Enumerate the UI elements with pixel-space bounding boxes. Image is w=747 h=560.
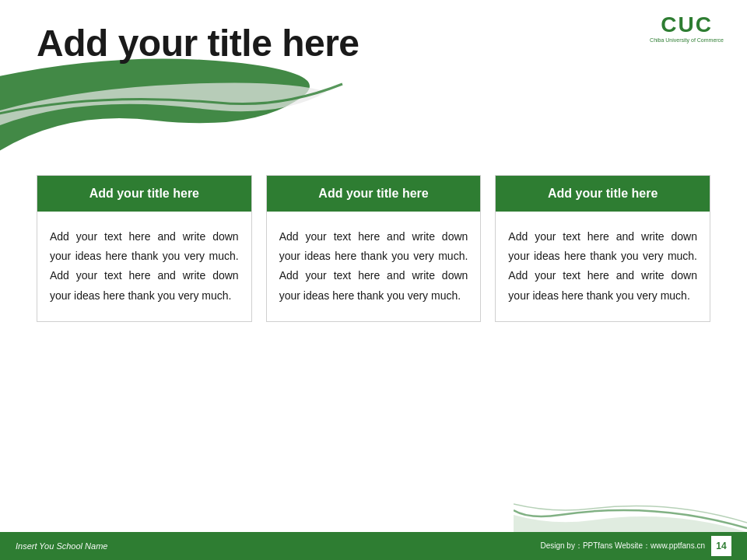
logo-title: CUC [661, 14, 713, 36]
card-3-body: Add your text here and write down your i… [496, 212, 710, 321]
logo-area: CUC Chiba University of Commerce [650, 14, 724, 43]
page-number: 14 [711, 536, 731, 556]
logo-subtitle: Chiba University of Commerce [650, 37, 724, 43]
credit-text: Design by：PPTfans Website：www.pptfans.cn [540, 541, 705, 551]
school-name: Insert You School Name [16, 541, 107, 551]
card-1-body: Add your text here and write down your i… [37, 212, 251, 321]
bottom-right-group: Design by：PPTfans Website：www.pptfans.cn… [540, 536, 731, 556]
card-1: Add your title here Add your text here a… [37, 175, 252, 322]
slide: Add your title here CUC Chiba University… [0, 0, 747, 560]
bottom-bar: Insert You School Name Design by：PPTfans… [0, 532, 747, 560]
card-2: Add your title here Add your text here a… [266, 175, 482, 322]
card-3-header: Add your title here [496, 176, 710, 212]
bottom-decoration [514, 485, 747, 532]
card-3: Add your title here Add your text here a… [495, 175, 710, 322]
card-2-header: Add your title here [267, 176, 481, 212]
card-2-body: Add your text here and write down your i… [267, 212, 481, 321]
main-title: Add your title here [37, 22, 359, 65]
cards-section: Add your title here Add your text here a… [37, 175, 710, 322]
card-1-header: Add your title here [37, 176, 251, 212]
